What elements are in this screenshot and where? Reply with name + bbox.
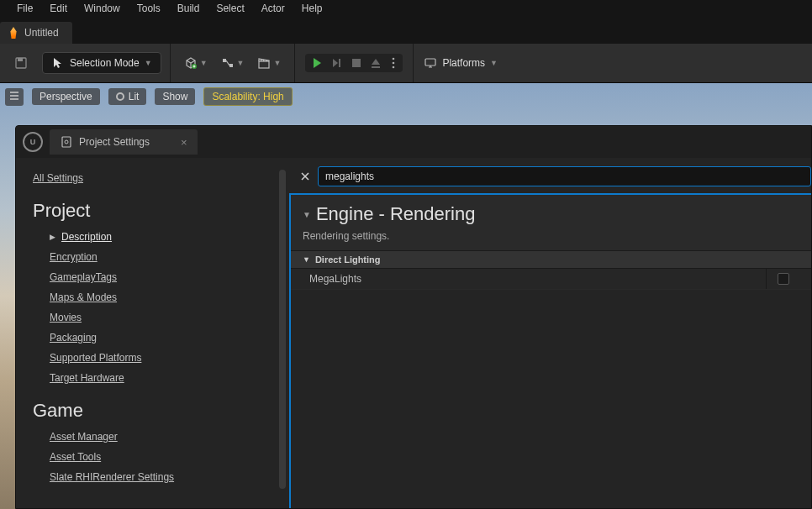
menu-edit[interactable]: Edit (41, 3, 76, 14)
megalights-checkbox[interactable] (778, 273, 789, 285)
unreal-logo-icon: U (23, 132, 43, 152)
cinematics-button[interactable]: ▼ (254, 53, 284, 73)
sidebar-all-settings[interactable]: All Settings (33, 168, 279, 188)
settings-tab-label: Project Settings (79, 136, 150, 148)
triangle-down-icon[interactable]: ▼ (303, 210, 311, 219)
settings-titlebar: U Project Settings × (16, 126, 811, 158)
platforms-label: Platforms (442, 57, 485, 69)
sidebar-item-asset-tools[interactable]: Asset Tools (50, 447, 279, 467)
svg-rect-1 (18, 58, 23, 61)
mode-label: Selection Mode (70, 57, 140, 69)
platforms-dropdown[interactable]: Platforms ▼ (424, 56, 498, 70)
svg-rect-4 (229, 64, 233, 67)
svg-rect-6 (352, 59, 361, 67)
flame-icon (8, 27, 18, 39)
cube-plus-icon (184, 56, 198, 70)
menu-window[interactable]: Window (76, 3, 129, 14)
menu-build[interactable]: Build (169, 3, 208, 14)
settings-sidebar: All Settings Project ▶Description Encryp… (16, 158, 289, 508)
chevron-down-icon: ▼ (490, 59, 498, 67)
x-icon (300, 171, 310, 181)
sidebar-item-movies[interactable]: Movies (50, 307, 279, 328)
monitor-icon (424, 56, 437, 70)
lit-dropdown[interactable]: Lit (108, 88, 147, 105)
add-content-button[interactable]: ▼ (181, 53, 211, 73)
settings-search-input[interactable] (318, 166, 811, 186)
viewport[interactable]: Perspective Lit Show Scalability: High U… (0, 83, 812, 509)
svg-rect-5 (259, 61, 269, 68)
eject-button[interactable] (369, 56, 382, 70)
tab-untitled[interactable]: Untitled (0, 22, 72, 44)
svg-rect-10 (425, 59, 435, 66)
sidebar-item-maps-modes[interactable]: Maps & Modes (50, 287, 279, 307)
svg-point-12 (65, 140, 68, 144)
menu-help[interactable]: Help (293, 3, 331, 14)
sidebar-group-game: Game (33, 400, 279, 422)
selection-mode-dropdown[interactable]: Selection Mode ▼ (42, 52, 161, 74)
sidebar-item-asset-manager[interactable]: Asset Manager (50, 427, 279, 447)
chevron-down-icon: ▼ (200, 59, 208, 67)
settings-content: ▼ Engine - Rendering Rendering settings.… (289, 158, 811, 508)
stop-button[interactable] (351, 57, 362, 69)
blueprint-button[interactable]: ▼ (218, 53, 248, 73)
sidebar-item-description[interactable]: Description (61, 227, 112, 247)
lit-label: Lit (129, 91, 140, 102)
viewport-menu-button[interactable] (5, 88, 24, 106)
chevron-down-icon: ▼ (145, 59, 152, 67)
svg-point-9 (393, 66, 395, 69)
scalability-pill[interactable]: Scalability: High (203, 87, 292, 106)
detail-category-row[interactable]: ▼ Direct Lighting (291, 250, 811, 269)
nodes-icon (221, 56, 235, 70)
settings-detail-panel: ▼ Engine - Rendering Rendering settings.… (289, 193, 811, 508)
project-settings-window: U Project Settings × All Settings Projec… (15, 125, 812, 509)
category-label: Direct Lighting (315, 254, 381, 265)
property-row-megalights: MegaLights (291, 269, 811, 290)
sidebar-group-project: Project (33, 200, 279, 222)
detail-subtitle: Rendering settings. (303, 230, 799, 242)
document-tabbar: Untitled (0, 17, 812, 44)
svg-rect-11 (62, 137, 71, 147)
svg-point-8 (393, 62, 395, 65)
play-button[interactable] (310, 56, 324, 70)
menu-tools[interactable]: Tools (129, 3, 169, 14)
sidebar-item-slate-rhi[interactable]: Slate RHIRenderer Settings (50, 467, 279, 487)
radio-icon (116, 92, 124, 101)
sidebar-scrollbar[interactable] (279, 170, 286, 489)
play-controls (305, 54, 403, 72)
triangle-right-icon: ▶ (50, 233, 58, 241)
main-menu-bar: File Edit Window Tools Build Select Acto… (0, 0, 812, 17)
clapperboard-icon (257, 56, 271, 70)
sidebar-item-target-hardware[interactable]: Target Hardware (50, 368, 279, 388)
property-label: MegaLights (303, 273, 766, 285)
search-clear-button[interactable] (298, 169, 313, 184)
perspective-dropdown[interactable]: Perspective (32, 88, 100, 105)
save-icon[interactable] (0, 56, 42, 70)
svg-rect-3 (223, 59, 226, 62)
chevron-down-icon: ▼ (273, 59, 281, 67)
settings-tab[interactable]: Project Settings × (50, 129, 198, 155)
sidebar-item-packaging[interactable]: Packaging (50, 328, 279, 348)
sidebar-item-gameplaytags[interactable]: GameplayTags (50, 267, 279, 287)
menu-file[interactable]: File (8, 3, 41, 14)
cursor-icon (51, 56, 65, 70)
menu-select[interactable]: Select (208, 3, 252, 14)
hamburger-icon (9, 91, 19, 101)
sidebar-item-supported-platforms[interactable]: Supported Platforms (50, 348, 279, 368)
main-toolbar: Selection Mode ▼ ▼ ▼ ▼ Platforms (0, 44, 812, 83)
show-dropdown[interactable]: Show (155, 88, 195, 105)
triangle-down-icon: ▼ (303, 255, 310, 264)
sidebar-item-encryption[interactable]: Encryption (50, 247, 279, 267)
tab-label: Untitled (24, 27, 59, 39)
svg-point-7 (393, 58, 395, 60)
play-options-button[interactable] (389, 56, 398, 70)
settings-doc-icon (60, 135, 73, 149)
menu-actor[interactable]: Actor (253, 3, 293, 14)
detail-title: Engine - Rendering (316, 203, 476, 225)
close-icon[interactable]: × (181, 136, 187, 149)
viewport-toolbar: Perspective Lit Show Scalability: High (0, 83, 812, 110)
step-button[interactable] (330, 56, 344, 70)
chevron-down-icon: ▼ (237, 59, 245, 67)
